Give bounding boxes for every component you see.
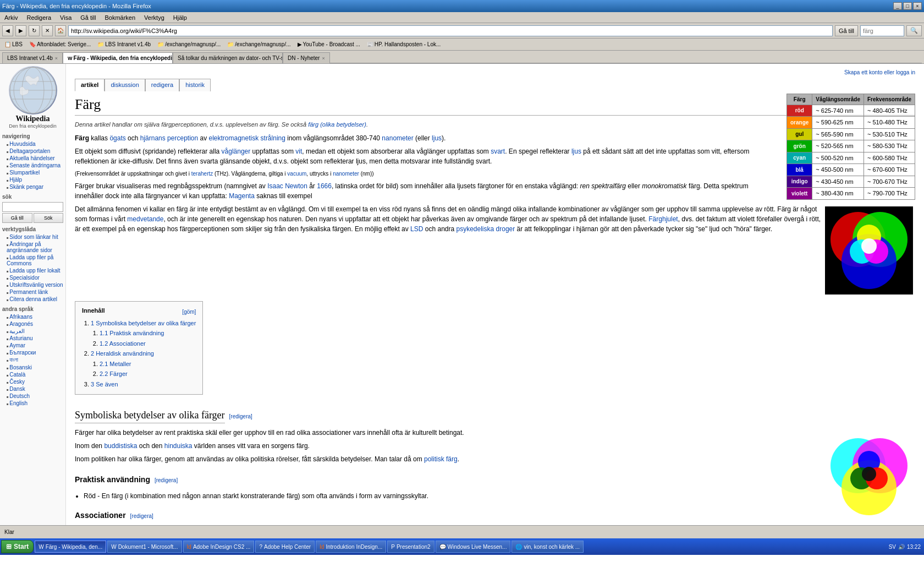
tab-artikel[interactable]: artikel — [75, 79, 105, 91]
nav-link-slump[interactable]: Slumpartikel — [2, 169, 63, 176]
create-account-link[interactable]: Skapa ett konto eller logga in — [844, 69, 915, 75]
back-button[interactable]: ◀ — [2, 25, 13, 36]
tab-farg-wikipedia[interactable]: W Färg - Wikipedia, den fria encyklopedi… — [63, 52, 173, 63]
bookmark-exchange1[interactable]: 📁 /exchange/magnusp/... — [155, 41, 223, 48]
lang-afrikaans[interactable]: Afrikaans — [2, 313, 63, 320]
link-hjarnans[interactable]: hjärnans perception — [140, 134, 198, 142]
bookmark-lbs-icon[interactable]: 📋 LBS — [2, 41, 25, 48]
menu-visa[interactable]: Visa — [58, 14, 74, 21]
taskbar-item-pres[interactable]: P Presentation2 — [387, 541, 434, 553]
menu-ga-till[interactable]: Gå till — [78, 14, 98, 21]
search-input[interactable] — [860, 25, 904, 36]
stop-button[interactable]: ✕ — [42, 25, 53, 36]
sok-wiki-btn[interactable]: Sök — [34, 213, 64, 223]
taskbar-item-indesign[interactable]: Id Adobe InDesign CS2 ... — [183, 541, 255, 553]
section-1-redigera[interactable]: [redigera] — [229, 412, 252, 421]
tab-redigera[interactable]: redigera — [145, 79, 179, 91]
lang-arabic[interactable]: العربية — [2, 328, 63, 335]
tool-links-hit[interactable]: Sidor som länkar hit — [2, 233, 63, 241]
nav-link-deltagarportalen[interactable]: Deltagarportalen — [2, 148, 63, 155]
taskbar-item-intro[interactable]: Id Introduktion InDesign... — [316, 541, 386, 553]
menu-bokmarken[interactable]: Bokmärken — [102, 14, 138, 21]
link-lsd[interactable]: LSD — [410, 225, 423, 233]
refresh-button[interactable]: ↻ — [29, 25, 40, 36]
close-button[interactable]: × — [913, 2, 922, 10]
tab-diskussion[interactable]: diskussion — [105, 79, 145, 91]
bookmark-hallandsposten[interactable]: 📰 HP. Hallandsposten - Lok... — [365, 41, 443, 48]
section-11-redigera[interactable]: [redigera] — [155, 476, 178, 484]
tab-close-lbs[interactable]: × — [55, 56, 58, 61]
lang-deutsch[interactable]: Deutsch — [2, 392, 63, 400]
bookmark-exchange2[interactable]: 📁 /exchange/magnusp/... — [225, 41, 293, 48]
tool-permanent[interactable]: Permanent länk — [2, 288, 63, 296]
tool-angransen[interactable]: Ändringar på angränsande sidor — [2, 241, 63, 254]
lang-asturianu[interactable]: Asturianu — [2, 335, 63, 342]
link-svart[interactable]: svart — [491, 148, 505, 155]
tab-dn-nyheter[interactable]: DN - Nyheter × — [283, 52, 330, 63]
taskbar-item-messenger[interactable]: 💬 Windows Live Messen... — [436, 541, 511, 553]
toc-link-2[interactable]: 2 Heraldisk användning — [91, 350, 154, 357]
go-button[interactable]: Gå till — [835, 25, 858, 36]
link-psyk[interactable]: psykedeliska droger — [457, 225, 515, 233]
lang-bosanski[interactable]: Bosanski — [2, 364, 63, 371]
lang-bulgarian[interactable]: Български — [2, 349, 63, 356]
link-magenta[interactable]: Magenta — [229, 192, 255, 200]
taskbar-item-farg[interactable]: W Färg - Wikipedia, den... — [35, 541, 106, 553]
nav-link-skank[interactable]: Skänk pengar — [2, 183, 63, 190]
tool-citera[interactable]: Citera denna artikel — [2, 296, 63, 303]
tool-ladda-commons[interactable]: Ladda upp filer på Commons — [2, 254, 63, 267]
new-tab-area[interactable] — [330, 52, 922, 63]
tool-ladda-lokalt[interactable]: Ladda upp filer lokalt — [2, 267, 63, 274]
link-ljus2[interactable]: ljus — [571, 148, 581, 155]
nav-link-hjalp[interactable]: Hjälp — [2, 176, 63, 183]
link-newton[interactable]: Isaac Newton — [267, 182, 307, 190]
menu-arkiv[interactable]: Arkiv — [2, 14, 20, 21]
link-nm[interactable]: nanometer — [333, 171, 359, 177]
maximize-button[interactable]: □ — [903, 2, 912, 10]
toc-link-3[interactable]: 3 Se även — [91, 381, 118, 388]
minimize-button[interactable]: _ — [893, 2, 902, 10]
address-input[interactable] — [68, 25, 833, 36]
lang-bengali[interactable]: বাংলা — [2, 356, 63, 364]
menu-verktyg[interactable]: Verktyg — [142, 14, 167, 21]
forward-button[interactable]: ▶ — [15, 25, 26, 36]
menu-hjalp[interactable]: Hjälp — [171, 14, 189, 21]
home-button[interactable]: 🏠 — [55, 25, 66, 36]
bookmark-youtube[interactable]: ▶ YouTube - Broadcast ... — [295, 41, 362, 48]
link-hinduiska[interactable]: hinduiska — [164, 442, 193, 450]
lang-dansk[interactable]: Dansk — [2, 385, 63, 392]
taskbar-item-helpcenter[interactable]: ? Adobe Help Center — [255, 541, 315, 553]
tool-specialsidor[interactable]: Specialsidor — [2, 274, 63, 281]
lang-aymar[interactable]: Aymar — [2, 342, 63, 349]
bookmark-lbs-intranet[interactable]: 📁 LBS Intranet v1.4b — [95, 41, 153, 48]
taskbar-item-word[interactable]: W Dokument1 - Microsoft... — [107, 541, 182, 553]
bookmark-aftonbladet[interactable]: 🔖 Aftonbladet: Sverige... — [27, 41, 93, 48]
lang-english[interactable]: English — [2, 400, 63, 407]
toc-hide-btn[interactable]: [göm] — [182, 308, 196, 316]
nav-link-senaste[interactable]: Senaste ändringarna — [2, 162, 63, 169]
link-vit[interactable]: vit — [295, 148, 302, 155]
search-go-button[interactable]: 🔍 — [906, 25, 922, 36]
tool-utskrift[interactable]: Utskriftsvänlig version — [2, 281, 63, 288]
tab-historik[interactable]: historik — [179, 79, 211, 91]
link-vaglanger[interactable]: våglänger — [222, 148, 251, 155]
section-12-redigera[interactable]: [redigera] — [130, 512, 153, 520]
link-nanometer[interactable]: nanometer — [382, 134, 413, 142]
nav-link-huvudsida[interactable]: Huvudsida — [2, 140, 63, 148]
nav-link-aktuella[interactable]: Aktuella händelser — [2, 155, 63, 162]
toc-link-1[interactable]: 1 Symboliska betydelser av olika färger — [91, 320, 196, 326]
link-medvetande[interactable]: medvetande — [127, 215, 163, 223]
link-politisk-farg[interactable]: politisk färg — [424, 455, 458, 463]
menu-redigera[interactable]: Redigera — [24, 14, 53, 21]
toc-link-21[interactable]: 2.1 Metaller — [100, 361, 131, 367]
link-ogats[interactable]: ögats — [109, 134, 125, 142]
lang-aragones[interactable]: Aragonés — [2, 320, 63, 328]
tab-lbs-intranet[interactable]: LBS Intranet v1.4b × — [2, 52, 63, 63]
start-button[interactable]: ⊞ Start — [1, 540, 34, 553]
link-em-stralning[interactable]: elektromagnetisk strålning — [209, 134, 285, 142]
link-vacuum[interactable]: vacuum — [287, 171, 306, 177]
lang-cesky[interactable]: Česky — [2, 378, 63, 385]
lang-catala[interactable]: Català — [2, 371, 63, 378]
tab-sa-tolkar[interactable]: Så tolkar du märkningen av dator- och TV… — [173, 52, 283, 63]
taskbar-item-vin[interactable]: 🌐 vin, konst och kärlek ... — [512, 541, 584, 553]
